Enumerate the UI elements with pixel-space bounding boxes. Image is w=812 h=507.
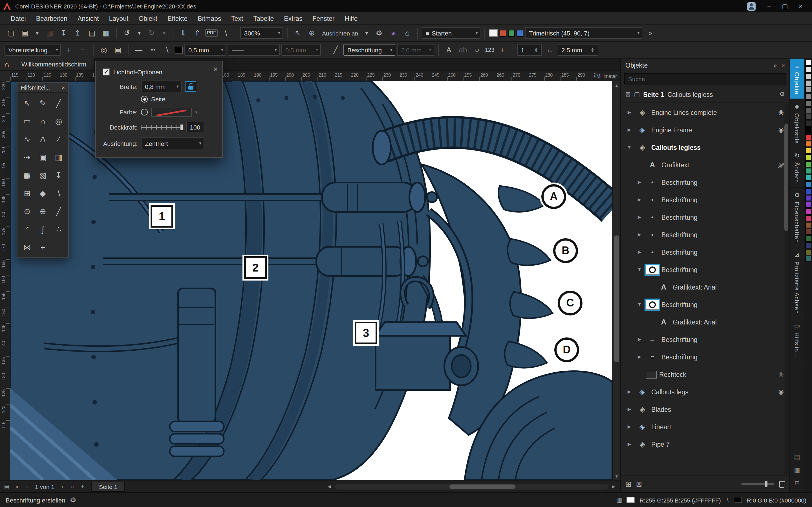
palette-color-swatch[interactable] (805, 175, 811, 181)
palette-color-swatch[interactable] (805, 134, 811, 140)
pan-tool[interactable]: ⊕ (35, 203, 51, 219)
objects-tree-row[interactable]: Grafiktext: Arial (621, 313, 790, 331)
redo-icon[interactable]: ↻ (146, 27, 158, 39)
zoom-level-combo[interactable]: 300% ▾ (240, 27, 283, 39)
toolbox-close-icon[interactable]: × (61, 84, 65, 91)
copy-icon[interactable]: ▥ (100, 27, 112, 39)
halo-options-dialog[interactable]: × ✓ Lichthof-Optionen Breite: 0,8 mm ▾ S… (95, 61, 223, 158)
callout-number-marker[interactable]: 3 (355, 322, 377, 344)
view-mode-icon[interactable] (489, 29, 498, 37)
objects-tree-row[interactable]: ▶ Beschriftung (621, 209, 790, 226)
leader-length-spinner[interactable]: 2,5 mm ▲▼ (557, 44, 598, 56)
expander-icon[interactable]: ▶ (636, 337, 644, 342)
horizontal-scroll-thumb[interactable] (449, 484, 515, 489)
welcome-screen-icon[interactable]: ◕ (387, 27, 399, 39)
leader-line-icon[interactable]: ╱ (329, 44, 342, 56)
menu-item[interactable]: Fenster (308, 12, 340, 24)
open-dropdown-icon[interactable]: ▾ (33, 27, 42, 39)
objects-tree-row[interactable]: ▶ Beschriftung (621, 173, 790, 191)
more-dockers-icon[interactable]: ⊞ (795, 480, 800, 487)
palette-color-swatch[interactable] (805, 235, 811, 242)
extrude-tool[interactable]: ⊞ (19, 185, 35, 201)
expander-icon[interactable]: ▶ (625, 110, 633, 115)
objects-tree-row[interactable]: ▶ Pipe 7 (621, 436, 790, 453)
undo-dropdown-icon[interactable]: ▾ (135, 27, 144, 39)
scroll-down-icon[interactable]: ▼ (613, 472, 620, 480)
chart-tool[interactable]: ▧ (35, 167, 51, 183)
arc-tool[interactable]: ◜ (19, 221, 35, 237)
polyline-tool[interactable]: ╱ (51, 203, 66, 219)
objects-tree-row[interactable]: Rechteck (621, 365, 790, 383)
docker-scroll-thumb[interactable] (784, 124, 788, 231)
table-tool[interactable]: ▦ (19, 167, 35, 183)
palette-color-swatch[interactable] (805, 215, 811, 221)
docker-collapse-icon[interactable]: » (773, 62, 777, 69)
print-icon[interactable]: ▤ (86, 27, 98, 39)
palette-color-swatch[interactable] (805, 168, 811, 174)
palette-color-swatch[interactable] (805, 66, 811, 73)
text-tool[interactable]: A (35, 131, 51, 147)
halo-width-combo[interactable]: 0,5 mm ▾ (282, 44, 321, 56)
callout-letter-marker[interactable]: B (553, 238, 578, 263)
page-options-icon[interactable]: ▤ (2, 482, 11, 492)
opacity-slider[interactable] (141, 123, 183, 131)
palette-color-swatch[interactable] (805, 154, 811, 161)
first-page-icon[interactable]: « (12, 482, 21, 492)
docker-tab[interactable]: ≡ Objekte (790, 59, 804, 99)
count-spinner-arrows[interactable]: ▲▼ (533, 47, 539, 53)
palette-color-swatch[interactable] (805, 222, 811, 228)
palette-color-swatch[interactable] (805, 94, 811, 100)
page-color-radio[interactable] (141, 96, 148, 103)
callout-letter-marker[interactable]: A (541, 184, 566, 209)
objects-tree-row[interactable]: ▶ Beschriftung (621, 243, 790, 261)
add-preset-icon[interactable]: + (63, 44, 75, 56)
palette-color-swatch[interactable] (805, 249, 811, 255)
maximize-button[interactable]: ▢ (777, 1, 793, 12)
options-gear-icon[interactable]: ⚙ (373, 27, 385, 39)
leader-length-icon[interactable]: ↔ (543, 44, 556, 56)
callout-number-marker[interactable]: 1 (151, 205, 173, 228)
cylinder-tool[interactable]: ▥ (51, 149, 66, 165)
close-button[interactable]: × (793, 1, 809, 12)
scroll-right-icon[interactable]: ▶ (609, 482, 618, 492)
welcome-home-icon[interactable]: ⌂ (0, 58, 13, 70)
palette-color-swatch[interactable] (805, 121, 811, 127)
count-spinner[interactable]: 1 ▲▼ (517, 44, 542, 56)
view-cube-red-icon[interactable] (500, 30, 506, 36)
eyedropper-tool[interactable]: ∖ (51, 185, 66, 201)
outline-tool[interactable]: ∴ (51, 221, 66, 237)
palette-color-swatch[interactable] (805, 161, 811, 167)
halo-width-dialog-combo[interactable]: 0,8 mm ▾ (141, 80, 182, 93)
objects-tree-row[interactable]: ▼ Callouts legless (621, 138, 790, 156)
objects-tree-row[interactable]: ▶ Beschriftung (621, 226, 790, 243)
numbering-style-icon[interactable]: 123 (485, 44, 494, 56)
font-properties-icon[interactable]: A (443, 44, 455, 56)
text-wrap-icon[interactable]: ▣ (112, 44, 124, 56)
expander-icon[interactable]: ▶ (625, 424, 633, 429)
docker-page-label[interactable]: Seite 1 (643, 91, 664, 98)
menu-item[interactable]: Extras (279, 12, 307, 24)
objects-tree-row[interactable]: ▶ Lineart (621, 418, 790, 436)
objects-tree-row[interactable]: ▶ Callouts legs (621, 383, 790, 400)
menu-item[interactable]: Objekt (133, 12, 162, 24)
halo-options-checkbox[interactable]: ✓ (103, 68, 110, 75)
horizontal-scrollbar[interactable]: ◀ ▶ (325, 482, 618, 492)
docker-scrollbar[interactable] (784, 104, 789, 474)
palette-color-swatch[interactable] (805, 195, 811, 201)
launcher-combo[interactable]: ≡ Starten ▾ (422, 27, 480, 39)
snap-dropdown-icon[interactable]: ▾ (362, 27, 371, 39)
objects-tree-row[interactable]: ▶ Engine Frame (621, 121, 790, 138)
objects-tree-row[interactable]: ▶ Engine Lines complete (621, 104, 790, 121)
page-tab-seite-1[interactable]: Seite 1 (92, 482, 124, 492)
preset-combo[interactable]: Voreinstellung... ▾ (4, 44, 61, 56)
last-page-icon[interactable]: » (68, 482, 77, 492)
undo-icon[interactable]: ↺ (121, 27, 133, 39)
menu-item[interactable]: Hilfe (340, 12, 363, 24)
delete-preset-icon[interactable]: − (77, 44, 89, 56)
docker-tab[interactable]: ▭ Hilfslin... (790, 318, 804, 362)
palette-color-swatch[interactable] (805, 256, 811, 262)
callout-shape-icon[interactable]: ○ (471, 44, 483, 56)
page-icon[interactable]: ▢ (634, 91, 640, 98)
objects-tree-row[interactable]: ▶ Beschriftung (621, 331, 790, 348)
vertical-ruler[interactable]: 2202152102052001951901851801751701651601… (0, 81, 10, 480)
